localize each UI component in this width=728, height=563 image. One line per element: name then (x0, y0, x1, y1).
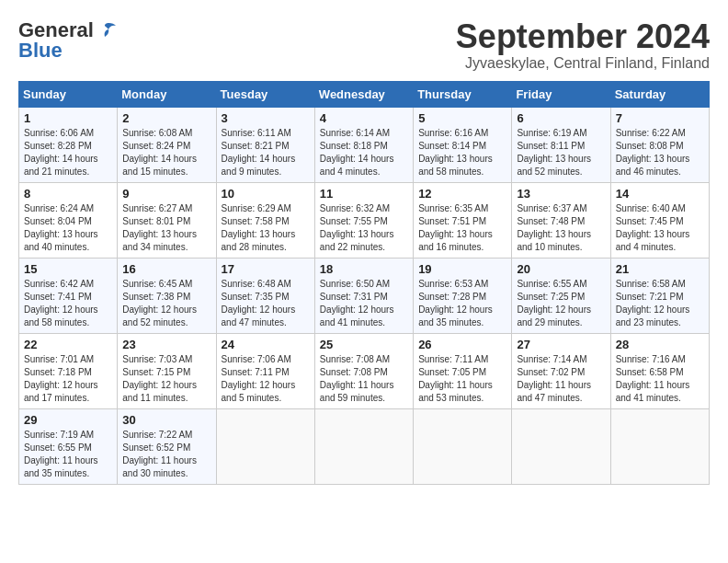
day-number: 1 (24, 111, 112, 125)
calendar-table: Sunday Monday Tuesday Wednesday Thursday… (18, 81, 710, 485)
table-row (216, 408, 314, 484)
day-detail: Sunrise: 6:42 AMSunset: 7:41 PMDaylight:… (24, 278, 112, 329)
day-detail: Sunrise: 6:16 AMSunset: 8:14 PMDaylight:… (418, 127, 506, 178)
table-row: 7 Sunrise: 6:22 AMSunset: 8:08 PMDayligh… (610, 107, 709, 182)
table-row: 30 Sunrise: 7:22 AMSunset: 6:52 PMDaylig… (118, 408, 216, 484)
day-detail: Sunrise: 6:27 AMSunset: 8:01 PMDaylight:… (122, 202, 210, 254)
table-row: 26 Sunrise: 7:11 AMSunset: 7:05 PMDaylig… (414, 333, 512, 408)
day-detail: Sunrise: 7:19 AMSunset: 6:55 PMDaylight:… (24, 429, 112, 480)
day-number: 24 (222, 338, 310, 351)
calendar-week-row: 22 Sunrise: 7:01 AMSunset: 7:18 PMDaylig… (19, 333, 710, 408)
day-number: 5 (418, 111, 506, 125)
day-detail: Sunrise: 7:14 AMSunset: 7:02 PMDaylight:… (517, 353, 605, 405)
table-row: 27 Sunrise: 7:14 AMSunset: 7:02 PMDaylig… (512, 333, 610, 408)
logo: General Blue (18, 18, 116, 63)
day-detail: Sunrise: 6:24 AMSunset: 8:04 PMDaylight:… (24, 202, 112, 254)
calendar-week-row: 8 Sunrise: 6:24 AMSunset: 8:04 PMDayligh… (19, 182, 710, 258)
table-row: 8 Sunrise: 6:24 AMSunset: 8:04 PMDayligh… (19, 182, 118, 258)
table-row: 21 Sunrise: 6:58 AMSunset: 7:21 PMDaylig… (610, 258, 709, 333)
day-number: 29 (24, 413, 112, 427)
day-detail: Sunrise: 6:40 AMSunset: 7:45 PMDaylight:… (616, 202, 704, 254)
day-detail: Sunrise: 6:55 AMSunset: 7:25 PMDaylight:… (517, 278, 605, 329)
day-number: 10 (222, 187, 310, 201)
table-row: 10 Sunrise: 6:29 AMSunset: 7:58 PMDaylig… (216, 182, 314, 258)
table-row: 22 Sunrise: 7:01 AMSunset: 7:18 PMDaylig… (19, 333, 118, 408)
header-thursday: Thursday (414, 81, 512, 107)
day-number: 18 (320, 262, 408, 276)
table-row (314, 408, 413, 484)
day-detail: Sunrise: 7:11 AMSunset: 7:05 PMDaylight:… (418, 353, 506, 405)
day-number: 4 (320, 111, 408, 125)
day-detail: Sunrise: 6:37 AMSunset: 7:48 PMDaylight:… (517, 202, 605, 254)
header-wednesday: Wednesday (314, 81, 413, 107)
day-detail: Sunrise: 6:06 AMSunset: 8:28 PMDaylight:… (24, 127, 112, 178)
table-row (610, 408, 709, 484)
table-row: 11 Sunrise: 6:32 AMSunset: 7:55 PMDaylig… (314, 182, 413, 258)
table-row: 12 Sunrise: 6:35 AMSunset: 7:51 PMDaylig… (414, 182, 512, 258)
day-detail: Sunrise: 6:14 AMSunset: 8:18 PMDaylight:… (320, 127, 408, 178)
day-detail: Sunrise: 6:22 AMSunset: 8:08 PMDaylight:… (616, 127, 704, 178)
table-row: 17 Sunrise: 6:48 AMSunset: 7:35 PMDaylig… (216, 258, 314, 333)
day-number: 26 (418, 338, 506, 351)
day-number: 2 (122, 111, 210, 125)
main-title: September 2024 (456, 18, 710, 55)
day-detail: Sunrise: 7:08 AMSunset: 7:08 PMDaylight:… (320, 353, 408, 405)
table-row (512, 408, 610, 484)
header-sunday: Sunday (19, 81, 118, 107)
logo-bird-icon (96, 22, 116, 39)
day-number: 20 (517, 262, 605, 276)
table-row: 23 Sunrise: 7:03 AMSunset: 7:15 PMDaylig… (118, 333, 216, 408)
table-row: 9 Sunrise: 6:27 AMSunset: 8:01 PMDayligh… (118, 182, 216, 258)
day-number: 25 (320, 338, 408, 351)
page-header: General Blue September 2024 Jyvaeskylae,… (18, 18, 710, 72)
day-detail: Sunrise: 6:29 AMSunset: 7:58 PMDaylight:… (222, 202, 310, 254)
day-number: 16 (122, 262, 210, 276)
title-area: September 2024 Jyvaeskylae, Central Finl… (456, 18, 710, 72)
header-saturday: Saturday (610, 81, 709, 107)
logo-blue: Blue (18, 39, 63, 63)
table-row (414, 408, 512, 484)
day-number: 6 (517, 111, 605, 125)
day-number: 30 (122, 413, 210, 427)
table-row: 2 Sunrise: 6:08 AMSunset: 8:24 PMDayligh… (118, 107, 216, 182)
day-number: 15 (24, 262, 112, 276)
table-row: 14 Sunrise: 6:40 AMSunset: 7:45 PMDaylig… (610, 182, 709, 258)
day-number: 13 (517, 187, 605, 201)
table-row: 13 Sunrise: 6:37 AMSunset: 7:48 PMDaylig… (512, 182, 610, 258)
table-row: 28 Sunrise: 7:16 AMSunset: 6:58 PMDaylig… (610, 333, 709, 408)
table-row: 25 Sunrise: 7:08 AMSunset: 7:08 PMDaylig… (314, 333, 413, 408)
calendar-week-row: 15 Sunrise: 6:42 AMSunset: 7:41 PMDaylig… (19, 258, 710, 333)
day-number: 27 (517, 338, 605, 351)
header-tuesday: Tuesday (216, 81, 314, 107)
day-number: 14 (616, 187, 704, 201)
day-number: 11 (320, 187, 408, 201)
day-detail: Sunrise: 6:35 AMSunset: 7:51 PMDaylight:… (418, 202, 506, 254)
header-monday: Monday (118, 81, 216, 107)
subtitle: Jyvaeskylae, Central Finland, Finland (456, 55, 710, 72)
table-row: 20 Sunrise: 6:55 AMSunset: 7:25 PMDaylig… (512, 258, 610, 333)
table-row: 15 Sunrise: 6:42 AMSunset: 7:41 PMDaylig… (19, 258, 118, 333)
day-detail: Sunrise: 7:06 AMSunset: 7:11 PMDaylight:… (222, 353, 310, 405)
day-detail: Sunrise: 6:53 AMSunset: 7:28 PMDaylight:… (418, 278, 506, 329)
day-number: 12 (418, 187, 506, 201)
day-number: 7 (616, 111, 704, 125)
table-row: 24 Sunrise: 7:06 AMSunset: 7:11 PMDaylig… (216, 333, 314, 408)
day-number: 19 (418, 262, 506, 276)
table-row: 3 Sunrise: 6:11 AMSunset: 8:21 PMDayligh… (216, 107, 314, 182)
day-detail: Sunrise: 6:50 AMSunset: 7:31 PMDaylight:… (320, 278, 408, 329)
day-detail: Sunrise: 7:01 AMSunset: 7:18 PMDaylight:… (24, 353, 112, 405)
day-detail: Sunrise: 7:16 AMSunset: 6:58 PMDaylight:… (616, 353, 704, 405)
table-row: 18 Sunrise: 6:50 AMSunset: 7:31 PMDaylig… (314, 258, 413, 333)
day-number: 3 (222, 111, 310, 125)
day-detail: Sunrise: 6:45 AMSunset: 7:38 PMDaylight:… (122, 278, 210, 329)
header-friday: Friday (512, 81, 610, 107)
table-row: 29 Sunrise: 7:19 AMSunset: 6:55 PMDaylig… (19, 408, 118, 484)
day-number: 9 (122, 187, 210, 201)
table-row: 1 Sunrise: 6:06 AMSunset: 8:28 PMDayligh… (19, 107, 118, 182)
calendar-week-row: 29 Sunrise: 7:19 AMSunset: 6:55 PMDaylig… (19, 408, 710, 484)
day-detail: Sunrise: 6:48 AMSunset: 7:35 PMDaylight:… (222, 278, 310, 329)
table-row: 4 Sunrise: 6:14 AMSunset: 8:18 PMDayligh… (314, 107, 413, 182)
day-detail: Sunrise: 6:11 AMSunset: 8:21 PMDaylight:… (222, 127, 310, 178)
day-number: 21 (616, 262, 704, 276)
table-row: 5 Sunrise: 6:16 AMSunset: 8:14 PMDayligh… (414, 107, 512, 182)
